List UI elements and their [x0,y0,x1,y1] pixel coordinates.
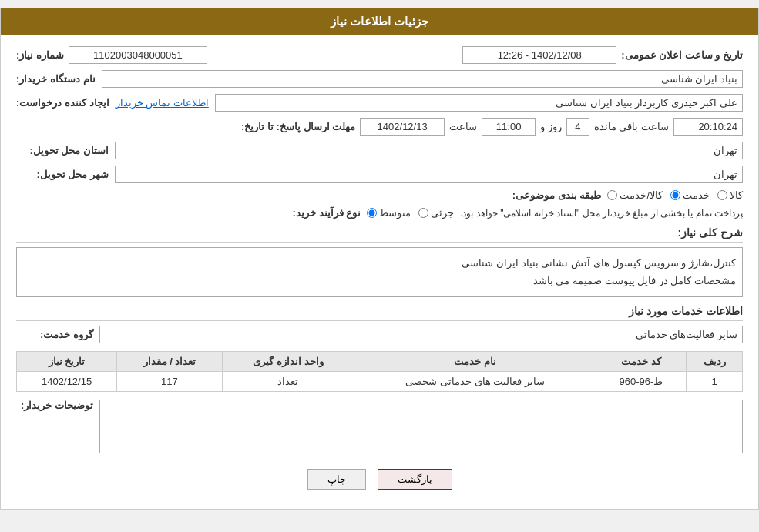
col-qty: تعداد / مقدار [117,351,222,371]
description-box: کنترل،شارژ و سرویس کپسول های آتش نشانی ب… [16,247,743,297]
deadline-days: 4 [566,118,589,136]
col-code: کد خدمت [596,351,686,371]
services-table: ردیف کد خدمت نام خدمت واحد اندازه گیری ت… [16,351,743,392]
need-number-label: شماره نیاز: [16,49,64,61]
service-group-label: گروه خدمت: [16,329,93,340]
process-radio-group: متوسط جزئی [367,207,454,219]
col-date: تاریخ نیاز [17,351,117,371]
process-label: نوع فرآیند خرید: [268,207,361,219]
remaining-label: ساعت باقی مانده [594,121,669,132]
col-row: ردیف [687,351,743,371]
print-button[interactable]: چاپ [307,469,366,490]
buyer-desc-label: توضیحات خریدار: [16,400,93,411]
buyer-org-label: نام دستگاه خریدار: [16,73,96,85]
cell-date: 1402/12/15 [17,371,117,391]
services-section-title: اطلاعات خدمات مورد نیاز [16,305,743,321]
category-kala-khedmat[interactable]: کالا/خدمت [607,189,663,201]
deadline-remaining: 20:10:24 [673,118,743,136]
province-value: تهران [115,142,743,159]
cell-code: ط-96-960 [596,371,686,391]
deadline-label: مهلت ارسال پاسخ: تا تاریخ: [241,121,355,132]
need-number-value: 1102003048000051 [69,46,207,64]
process-motavasset[interactable]: متوسط [367,207,411,219]
col-unit: واحد اندازه گیری [222,351,354,371]
creator-value: علی اکبر حیدری کاربرداز بنیاد ایران شناس… [215,94,743,112]
city-value: تهران [115,166,743,183]
category-radio-group: کالا/خدمت خدمت کالا [607,189,743,201]
category-kala[interactable]: کالا [717,189,743,201]
deadline-date: 1402/12/13 [360,118,445,136]
announce-date: 1402/12/08 - 12:26 [462,46,616,64]
process-note: پرداخت تمام یا بخشی از مبلغ خرید،از محل … [460,208,743,219]
category-khedmat-label: خدمت [683,189,710,201]
city-label: شهر محل تحویل: [16,169,109,180]
category-label: طبقه بندی موضوعی: [509,189,601,201]
process-jozii[interactable]: جزئی [418,207,454,219]
buyer-org-value: بنیاد ایران شناسی [102,70,743,88]
page-title: جزئیات اطلاعات نیاز [1,8,758,35]
process-motavasset-radio[interactable] [367,208,377,218]
cell-unit: تعداد [222,371,354,391]
announce-label: تاریخ و ساعت اعلان عمومی: [621,49,743,61]
time-label: ساعت [449,121,477,132]
process-motavasset-label: متوسط [379,207,411,219]
process-jozii-label: جزئی [431,207,454,219]
buyer-desc-textarea[interactable] [99,400,743,453]
category-kala-label: کالا [730,189,743,201]
back-button[interactable]: بازگشت [378,469,452,490]
category-kala-radio[interactable] [717,190,727,200]
description-section-title: شرح کلی نیاز: [16,226,743,243]
description-line1: کنترل،شارژ و سرویس کپسول های آتش نشانی ب… [23,254,736,272]
service-group-value: سایر فعالیت‌های خدماتی [99,326,743,343]
deadline-time: 11:00 [482,118,536,136]
category-kala-khedmat-label: کالا/خدمت [620,189,663,201]
cell-row: 1 [687,371,743,391]
contact-link[interactable]: اطلاعات تماس خریدار [116,97,209,109]
process-jozii-radio[interactable] [418,208,428,218]
cell-qty: 117 [117,371,222,391]
category-khedmat[interactable]: خدمت [670,189,710,201]
province-label: استان محل تحویل: [16,145,109,156]
days-label: روز و [540,121,562,132]
cell-name: سایر فعالیت های خدماتی شخصی [354,371,596,391]
col-name: نام خدمت [354,351,596,371]
creator-label: ایجاد کننده درخواست: [16,97,109,109]
table-row: 1 ط-96-960 سایر فعالیت های خدماتی شخصی ت… [17,371,743,391]
description-line2: مشخصات کامل در فایل پیوست ضمیمه می باشد [23,272,736,289]
category-kala-khedmat-radio[interactable] [607,190,617,200]
category-khedmat-radio[interactable] [670,190,680,200]
